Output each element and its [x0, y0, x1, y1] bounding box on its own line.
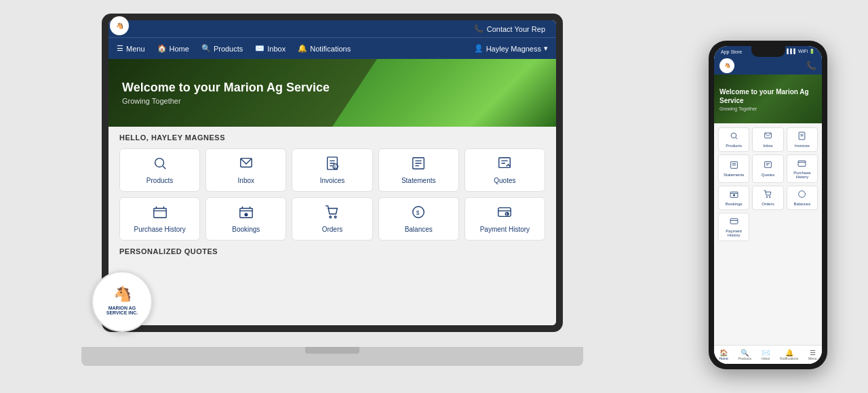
laptop-screen: 🐴 📞 Contact Your Rep ☰ Menu 🏠 [108, 20, 556, 325]
phone-payment-history-icon [730, 217, 738, 228]
phone-bottom-nav: 🏠 Home 🔍 Products ✉️ Inbox 🔔 Notificatio… [714, 345, 822, 364]
inbox-icon [239, 156, 254, 174]
svg-point-46 [766, 196, 768, 198]
bell-icon: 🔔 [298, 44, 307, 53]
phone-inbox-icon [764, 131, 772, 142]
icon-orders[interactable]: Orders [292, 197, 372, 241]
icon-invoices[interactable]: $ Invoices [292, 148, 372, 192]
inbox-icon: ✉️ [255, 44, 264, 53]
phone-icon-bookings[interactable]: Bookings [718, 186, 749, 210]
phone-screen: App Store 2:07 ▌▌▌ WiFi 🔋 🐴 📞 Welcome to… [714, 46, 822, 364]
invoices-icon: $ [325, 156, 340, 174]
nav-main-bar: ☰ Menu 🏠 Home 🔍 Products ✉️ [108, 37, 556, 59]
products-icon: 🔍 [741, 349, 749, 356]
chevron-down-icon: ▾ [544, 44, 548, 53]
menu-icon: ☰ [810, 349, 816, 356]
inbox-icon: ✉️ [762, 349, 770, 356]
laptop-device: 🐴 📞 Contact Your Rep ☰ Menu 🏠 [102, 14, 597, 366]
svg-point-47 [769, 196, 770, 198]
phone-quotes-icon [764, 161, 772, 171]
nav-notifications[interactable]: 🔔 Notifications [298, 44, 351, 53]
svg-rect-40 [765, 162, 772, 168]
svg-rect-16 [153, 209, 165, 218]
nav-menu[interactable]: ☰ Menu [117, 44, 145, 53]
phone-icon-products[interactable]: Products [718, 127, 749, 152]
phone-nav-notifications[interactable]: 🔔 Notifications [780, 349, 798, 360]
svg-rect-27 [498, 208, 511, 217]
orders-icon [325, 205, 340, 223]
phone-purchase-history-icon [797, 159, 806, 169]
phone-bookings-icon [730, 190, 738, 201]
balances-icon: $ [411, 205, 426, 223]
icon-products[interactable]: Products [119, 148, 200, 192]
phone-icon-quotes[interactable]: Quotes [752, 154, 783, 183]
phone-icon-orders[interactable]: Orders [752, 186, 783, 210]
phone-invoices-icon [797, 131, 806, 142]
laptop-bezel: 🐴 📞 Contact Your Rep ☰ Menu 🏠 [102, 14, 563, 332]
svg-text:$: $ [416, 210, 420, 216]
svg-line-1 [163, 166, 165, 169]
products-icon [153, 156, 167, 174]
payment-history-icon: $ [497, 205, 512, 223]
phone-icon: 📞 [474, 24, 484, 33]
icon-bookings[interactable]: Bookings [205, 197, 286, 241]
phone-icon-balances[interactable]: Balances [787, 186, 818, 210]
icon-purchase-history[interactable]: Purchase History [119, 197, 200, 241]
svg-point-31 [731, 133, 736, 138]
svg-point-0 [155, 159, 163, 167]
phone-nav-products[interactable]: 🔍 Products [738, 349, 752, 360]
icon-statements[interactable]: Statements [378, 148, 459, 192]
nav-top-bar: 🐴 📞 Contact Your Rep [108, 20, 556, 37]
phone-logo: 🐴 [719, 58, 734, 73]
phone-icon-grid: Products Inbox Invoices [718, 127, 818, 241]
home-icon: 🏠 [719, 349, 728, 356]
svg-rect-13 [499, 158, 511, 168]
phone-nav: 🐴 📞 [714, 57, 822, 75]
quotes-icon [497, 156, 512, 174]
statements-icon [411, 156, 426, 174]
phone-icon-payment-history[interactable]: Payment History [718, 213, 749, 241]
phone-device: App Store 2:07 ▌▌▌ WiFi 🔋 🐴 📞 Welcome to… [709, 41, 827, 369]
bookings-icon [239, 205, 254, 223]
nav-user[interactable]: 👤 Hayley Magness ▾ [474, 44, 548, 53]
icon-quotes[interactable]: Quotes [465, 148, 545, 192]
search-icon: 🔍 [201, 44, 211, 53]
phone-hero-subtitle: Growing Together [719, 106, 816, 111]
phone-icon-invoices[interactable]: Invoices [787, 127, 818, 152]
nav-home[interactable]: 🏠 Home [157, 44, 189, 53]
contact-rep-button[interactable]: 📞 Contact Your Rep [474, 24, 545, 33]
phone-hero-title: Welcome to your Marion Ag Service [719, 87, 816, 105]
user-icon: 👤 [474, 44, 484, 53]
svg-rect-49 [730, 219, 738, 224]
svg-line-32 [736, 138, 737, 139]
icon-payment-history[interactable]: $ Payment History [465, 197, 545, 241]
phone-statements-icon [730, 161, 738, 171]
greeting-text: HELLO, HAYLEY MAGNESS [119, 133, 545, 142]
svg-point-24 [334, 216, 336, 218]
hero-subtitle: Growing Together [122, 97, 542, 105]
bell-icon: 🔔 [785, 349, 793, 356]
phone-nav-inbox[interactable]: ✉️ Inbox [762, 349, 770, 360]
nav-inbox[interactable]: ✉️ Inbox [255, 44, 285, 53]
nav-products[interactable]: 🔍 Products [201, 44, 243, 53]
phone-balances-icon [797, 190, 806, 201]
home-icon: 🏠 [157, 44, 167, 53]
phone-contact-rep-icon[interactable]: 📞 [806, 61, 816, 70]
signal-icons: ▌▌▌ WiFi 🔋 [787, 49, 815, 54]
phone-hero: Welcome to your Marion Ag Service Growin… [714, 75, 822, 123]
icon-grid: Products Inbox $ [119, 148, 545, 241]
laptop-base [81, 347, 583, 366]
phone-icon-inbox[interactable]: Inbox [752, 127, 783, 152]
marion-logo: 🐴 MARION AGSERVICE INC. [92, 271, 153, 332]
icon-balances[interactable]: $ Balances [378, 197, 459, 241]
phone-nav-home[interactable]: 🏠 Home [719, 349, 728, 360]
icon-inbox[interactable]: Inbox [205, 148, 286, 192]
svg-point-22 [245, 213, 248, 216]
content-area: HELLO, HAYLEY MAGNESS Products [108, 127, 556, 325]
site-logo: 🐴 [110, 20, 129, 35]
phone-icon-purchase-history[interactable]: Purchase History [787, 154, 818, 183]
hamburger-icon: ☰ [117, 44, 123, 53]
svg-text:$: $ [334, 165, 336, 169]
phone-nav-menu[interactable]: ☰ Menu [808, 349, 817, 360]
phone-icon-statements[interactable]: Statements [718, 154, 749, 183]
